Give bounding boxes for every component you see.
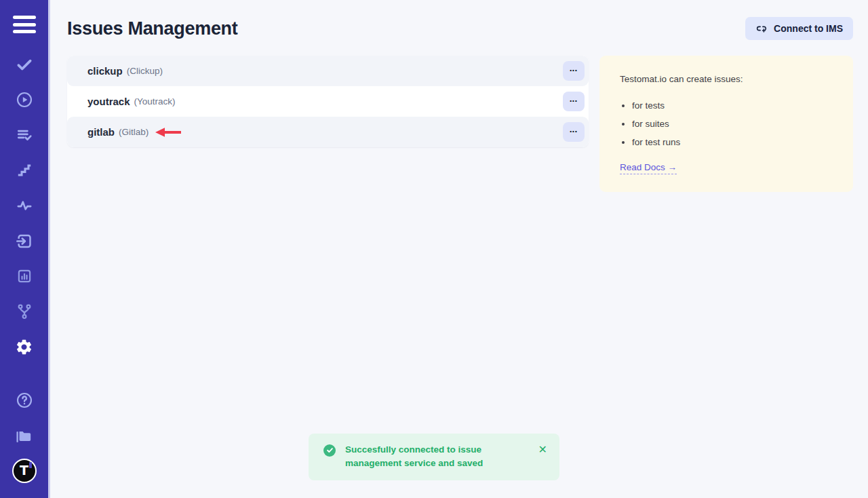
help-circle-icon [16, 391, 33, 409]
info-panel: Testomat.io can create issues: for tests… [599, 56, 853, 192]
ims-provider: (Gitlab) [119, 127, 149, 137]
sidebar-item-milestones[interactable] [7, 153, 42, 188]
row-menu-button[interactable]: ••• [563, 122, 585, 142]
arrow-into-box-icon [15, 232, 33, 250]
toast-close-button[interactable]: ✕ [537, 444, 549, 455]
sidebar-item-help[interactable] [7, 383, 42, 418]
info-bullet: for tests [632, 100, 833, 111]
info-bullet: for test runs [632, 137, 833, 147]
sidebar-item-plans[interactable] [7, 117, 42, 153]
sidebar-item-analytics[interactable] [7, 188, 42, 223]
testomat-logo: T [12, 459, 37, 483]
success-toast: Succesfully connected to issue managemen… [309, 434, 559, 481]
read-docs-link[interactable]: Read Docs → [620, 162, 677, 174]
logo-tick [29, 462, 32, 468]
ims-row-youtrack[interactable]: youtrack (Youtrack) ••• [67, 86, 589, 117]
ims-name: youtrack [87, 96, 130, 107]
ims-list: clickup (Clickup) ••• youtrack (Youtrack… [67, 56, 589, 147]
sidebar-item-import[interactable] [7, 223, 42, 258]
git-branch-icon [16, 303, 33, 320]
info-bullet: for suites [632, 119, 833, 129]
sidebar-item-runs[interactable] [7, 82, 42, 117]
link-plus-icon [755, 22, 768, 35]
page-header: Issues Management Connect to IMS [67, 17, 853, 40]
sidebar-item-reports[interactable] [7, 258, 42, 294]
sidebar: T [0, 0, 50, 498]
row-menu-button[interactable]: ••• [563, 61, 585, 81]
bar-chart-icon [16, 267, 33, 285]
sidebar-nav [7, 47, 42, 364]
connect-to-ims-button[interactable]: Connect to IMS [745, 17, 853, 40]
check-icon [16, 56, 33, 73]
folders-icon [15, 427, 33, 445]
toast-message: Succesfully connected to issue managemen… [345, 443, 528, 471]
gear-icon [15, 338, 33, 356]
list-check-icon [16, 126, 33, 144]
ims-row-clickup[interactable]: clickup (Clickup) ••• [67, 56, 589, 86]
sidebar-item-account[interactable]: T [7, 453, 42, 489]
sidebar-bottom: T [7, 383, 42, 498]
ellipsis-icon: ••• [570, 128, 577, 134]
ims-provider: (Clickup) [127, 66, 163, 76]
sidebar-item-tests[interactable] [7, 47, 42, 82]
ims-name: gitlab [87, 126, 115, 138]
row-menu-button[interactable]: ••• [563, 92, 585, 111]
ims-name: clickup [87, 65, 123, 77]
play-circle-icon [16, 91, 33, 109]
main-content: Issues Management Connect to IMS clickup… [52, 0, 868, 498]
sidebar-item-projects[interactable] [7, 418, 42, 453]
ims-provider: (Youtrack) [134, 96, 176, 107]
info-panel-title: Testomat.io can create issues: [620, 74, 833, 84]
connect-button-label: Connect to IMS [774, 23, 843, 34]
page-title: Issues Management [67, 18, 745, 39]
steps-icon [16, 161, 33, 179]
info-bullet-list: for tests for suites for test runs [632, 100, 833, 147]
activity-icon [16, 197, 33, 214]
hamburger-menu-icon[interactable] [13, 14, 36, 35]
ims-row-gitlab[interactable]: gitlab (Gitlab) ••• [67, 117, 589, 147]
content-columns: clickup (Clickup) ••• youtrack (Youtrack… [67, 56, 853, 192]
sidebar-item-branches[interactable] [7, 294, 42, 329]
ellipsis-icon: ••• [570, 98, 577, 104]
ellipsis-icon: ••• [570, 67, 577, 73]
success-check-icon [323, 444, 336, 457]
sidebar-item-settings[interactable] [7, 329, 42, 364]
red-annotation-arrow-icon [155, 127, 182, 138]
